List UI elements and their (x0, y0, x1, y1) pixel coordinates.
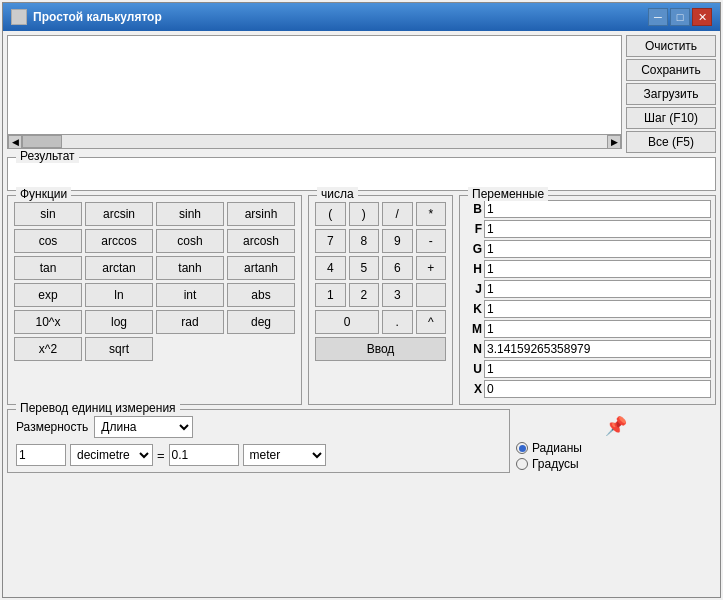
func-btn-cos[interactable]: cos (14, 229, 82, 253)
var-row-M: M (464, 320, 711, 338)
scroll-thumb[interactable] (22, 135, 62, 148)
var-input-U[interactable] (484, 360, 711, 378)
step-button[interactable]: Шаг (F10) (626, 107, 716, 129)
num-btn-)[interactable]: ) (349, 202, 380, 226)
func-btn-arccos[interactable]: arccos (85, 229, 153, 253)
content-area: ◀ ▶ Очистить Сохранить Загрузить Шаг (F1… (3, 31, 720, 597)
result-label: Результат (16, 149, 79, 163)
var-row-U: U (464, 360, 711, 378)
dim-select[interactable]: ДлинаМассаВремяТемпература (94, 416, 193, 438)
save-button[interactable]: Сохранить (626, 59, 716, 81)
radio-degrees-row[interactable]: Градусы (516, 457, 579, 471)
to-unit-select[interactable]: meterkilometrecentimetremillimetre (243, 444, 326, 466)
num-btn-1[interactable]: 1 (315, 283, 346, 307)
func-btn-arcsin[interactable]: arcsin (85, 202, 153, 226)
right-bottom: 📌 Радианы Градусы (516, 409, 716, 473)
var-row-F: F (464, 220, 711, 238)
var-input-K[interactable] (484, 300, 711, 318)
title-buttons: ─ □ ✕ (648, 8, 712, 26)
result-input[interactable] (8, 158, 715, 190)
func-btn-exp[interactable]: exp (14, 283, 82, 307)
main-input[interactable] (7, 35, 622, 135)
num-btn-+[interactable]: + (416, 256, 447, 280)
num-btn-/[interactable]: / (382, 202, 413, 226)
func-btn-arcosh[interactable]: arcosh (227, 229, 295, 253)
numbers-box: числа ()/*789-456+1230.^Ввод (308, 195, 453, 405)
from-unit-select[interactable]: decimetremetrecentimetrekilometre (70, 444, 153, 466)
all-button[interactable]: Все (F5) (626, 131, 716, 153)
num-btn-0[interactable]: 0 (315, 310, 379, 334)
func-btn-arsinh[interactable]: arsinh (227, 202, 295, 226)
units-label: Перевод единиц измерения (16, 401, 180, 415)
func-btn-sqrt[interactable]: sqrt (85, 337, 153, 361)
variables-container: BFGHJKMNUX (464, 200, 711, 398)
var-input-J[interactable] (484, 280, 711, 298)
minimize-button[interactable]: ─ (648, 8, 668, 26)
num-btn-9[interactable]: 9 (382, 229, 413, 253)
bottom-section: Перевод единиц измерения Размерность Дли… (7, 409, 716, 473)
func-btn-x2[interactable]: x^2 (14, 337, 82, 361)
var-input-N[interactable] (484, 340, 711, 358)
scroll-right-arrow[interactable]: ▶ (607, 135, 621, 149)
num-btn-*[interactable]: * (416, 202, 447, 226)
from-value-input[interactable] (16, 444, 66, 466)
var-row-G: G (464, 240, 711, 258)
var-name-X: X (464, 382, 484, 396)
scroll-left-arrow[interactable]: ◀ (8, 135, 22, 149)
func-btn-log[interactable]: log (85, 310, 153, 334)
radio-radians-row[interactable]: Радианы (516, 441, 582, 455)
func-btn-deg[interactable]: deg (227, 310, 295, 334)
functions-label: Функции (16, 187, 71, 201)
horizontal-scrollbar[interactable]: ◀ ▶ (7, 135, 622, 149)
num-btn-2[interactable]: 2 (349, 283, 380, 307)
func-btn-sin[interactable]: sin (14, 202, 82, 226)
func-btn-int[interactable]: int (156, 283, 224, 307)
numbers-grid: ()/*789-456+1230.^Ввод (315, 202, 446, 361)
func-btn-tan[interactable]: tan (14, 256, 82, 280)
func-btn-cosh[interactable]: cosh (156, 229, 224, 253)
num-btn-6[interactable]: 6 (382, 256, 413, 280)
num-btn-4[interactable]: 4 (315, 256, 346, 280)
radio-radians[interactable] (516, 442, 528, 454)
func-btn-artanh[interactable]: artanh (227, 256, 295, 280)
num-btn-([interactable]: ( (315, 202, 346, 226)
pin-row: 📌 (605, 415, 627, 437)
num-btn-pow[interactable]: ^ (416, 310, 447, 334)
func-btn-rad[interactable]: rad (156, 310, 224, 334)
func-btn-tanh[interactable]: tanh (156, 256, 224, 280)
load-button[interactable]: Загрузить (626, 83, 716, 105)
var-input-F[interactable] (484, 220, 711, 238)
to-value-input[interactable] (169, 444, 239, 466)
num-btn-7[interactable]: 7 (315, 229, 346, 253)
functions-box: Функции sinarcsinsinharsinhcosarccoscosh… (7, 195, 302, 405)
var-row-J: J (464, 280, 711, 298)
var-input-X[interactable] (484, 380, 711, 398)
maximize-button[interactable]: □ (670, 8, 690, 26)
enter-button[interactable]: Ввод (315, 337, 446, 361)
var-input-M[interactable] (484, 320, 711, 338)
num-btn--[interactable]: - (416, 229, 447, 253)
var-name-N: N (464, 342, 484, 356)
var-name-F: F (464, 222, 484, 236)
var-input-G[interactable] (484, 240, 711, 258)
radio-degrees[interactable] (516, 458, 528, 470)
scroll-track[interactable] (22, 135, 607, 148)
func-btn-abs[interactable]: abs (227, 283, 295, 307)
pin-icon: 📌 (605, 415, 627, 437)
func-btn-arctan[interactable]: arctan (85, 256, 153, 280)
func-btn-sinh[interactable]: sinh (156, 202, 224, 226)
units-bottom: decimetremetrecentimetrekilometre = mete… (16, 444, 501, 466)
num-btn-[interactable] (416, 283, 447, 307)
close-button[interactable]: ✕ (692, 8, 712, 26)
var-input-H[interactable] (484, 260, 711, 278)
num-btn-3[interactable]: 3 (382, 283, 413, 307)
var-input-B[interactable] (484, 200, 711, 218)
clear-button[interactable]: Очистить (626, 35, 716, 57)
var-name-B: B (464, 202, 484, 216)
func-btn-10x[interactable]: 10^x (14, 310, 82, 334)
func-btn-ln[interactable]: ln (85, 283, 153, 307)
num-btn-dot[interactable]: . (382, 310, 413, 334)
num-btn-8[interactable]: 8 (349, 229, 380, 253)
numbers-label: числа (317, 187, 358, 201)
num-btn-5[interactable]: 5 (349, 256, 380, 280)
